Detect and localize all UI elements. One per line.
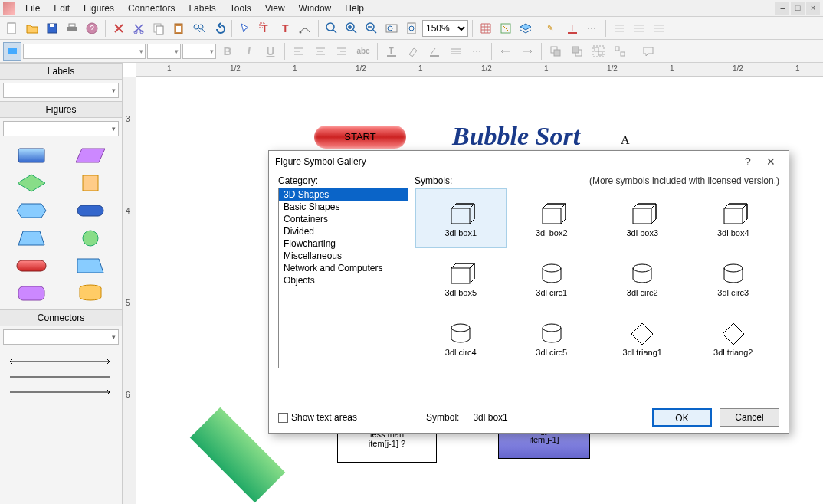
shape-rectangle[interactable] [5,144,59,167]
symbol-item[interactable]: 3dl box1 [415,188,507,248]
symbol-item[interactable]: 3dl box4 [688,188,779,248]
connector-plain[interactable] [6,369,116,385]
dialog-close-button[interactable]: ✕ [759,155,782,168]
category-item[interactable]: Divided [279,225,408,237]
arrow-end-button[interactable] [517,42,537,61]
category-item[interactable]: Miscellaneous [279,250,408,262]
symbol-item[interactable]: 3dl triang1 [597,308,688,368]
symbol-grid[interactable]: 3dl box13dl box23dl box33dl box43dl box5… [415,188,779,368]
align-center-dist[interactable] [630,19,648,38]
dash-button[interactable] [583,19,602,38]
print-button[interactable] [63,19,81,38]
menu-view[interactable]: View [258,1,292,16]
figures-panel-header[interactable]: Figures [0,101,122,118]
line-style-button[interactable] [467,42,487,61]
comment-button[interactable] [638,42,658,61]
connector-tool[interactable] [296,19,314,38]
open-button[interactable] [23,19,41,38]
category-item[interactable]: Containers [279,213,408,225]
format-mode-icon[interactable] [3,42,21,61]
align-right-button[interactable] [332,42,352,61]
zoom-select[interactable]: 150% [422,20,468,37]
symbol-item[interactable]: 3dl circ4 [415,308,507,368]
shape-pill[interactable] [64,199,118,222]
menu-labels[interactable]: Labels [182,1,222,16]
menu-edit[interactable]: Edit [47,1,77,16]
dialog-help-button[interactable]: ? [736,155,759,168]
category-list[interactable]: 3D ShapesBasic ShapesContainersDividedFl… [278,188,408,368]
labels-dropdown[interactable] [3,83,119,98]
cancel-button[interactable]: Cancel [720,408,779,427]
copy-button[interactable] [149,19,168,38]
canvas-area[interactable]: 11/211/211/211/211/21 3456 START Bubble … [123,63,823,504]
underline-button[interactable]: U [261,42,280,61]
new-button[interactable] [3,19,21,38]
align-center-button[interactable] [310,42,330,61]
text-fill-button[interactable]: T [382,42,402,61]
line-weight-button[interactable] [446,42,466,61]
bring-front-button[interactable] [546,42,566,61]
menu-help[interactable]: Help [338,1,371,16]
spell-button[interactable]: ✎ [543,19,562,38]
connector-arrow-right[interactable] [6,385,116,400]
menu-window[interactable]: Window [292,1,339,16]
connector-arrow-both[interactable] [6,354,116,369]
category-item[interactable]: 3D Shapes [279,188,408,201]
grid-button[interactable] [477,19,495,38]
send-back-button[interactable] [567,42,587,61]
menu-file[interactable]: File [18,1,47,16]
symbol-item[interactable]: 3dl circ3 [688,248,779,308]
figures-dropdown[interactable] [3,121,119,136]
font-size-select[interactable] [147,44,181,59]
shape-rounded[interactable] [5,282,59,305]
close-button[interactable]: × [806,2,820,15]
help-button[interactable]: ? [83,19,101,38]
save-button[interactable] [43,19,61,38]
category-item[interactable]: Flowcharting [279,237,408,250]
align-left-dist[interactable] [610,19,628,38]
zoom-out-button[interactable] [362,19,381,38]
category-item[interactable]: Network and Computers [279,262,408,274]
text-color-button[interactable]: T [563,19,582,38]
shape-cylinder[interactable] [64,282,118,305]
zoom-in-button[interactable] [343,19,361,38]
shape-trap2[interactable] [64,254,118,277]
italic-button[interactable]: I [239,42,259,61]
snap-button[interactable] [497,19,515,38]
connectors-dropdown[interactable] [3,329,119,345]
group-button[interactable] [589,42,608,61]
text-tool[interactable]: T [276,19,294,38]
pointer-tool[interactable] [236,19,254,38]
paste-button[interactable] [169,19,188,38]
symbol-item[interactable]: 3dl box2 [507,188,598,248]
symbol-item[interactable]: 3dl box3 [597,188,688,248]
shape-diamond[interactable] [5,172,59,195]
text-tool-red[interactable]: T [256,19,274,38]
shape-parallelogram[interactable] [64,144,118,167]
show-text-areas-checkbox[interactable]: Show text areas [278,412,357,423]
shape-capsule[interactable] [5,254,59,277]
zoom-tool[interactable] [323,19,341,38]
symbol-item[interactable]: 3dl circ5 [507,308,598,368]
font-select[interactable] [23,44,146,59]
symbol-item[interactable]: 3dl box5 [415,248,507,308]
align-left-button[interactable] [289,42,309,61]
arrow-start-button[interactable] [496,42,516,61]
find-button[interactable] [189,19,208,38]
zoom-page-button[interactable] [402,19,421,38]
menu-connectors[interactable]: Connectors [121,1,182,16]
shape-square[interactable] [64,172,118,195]
diagram-title[interactable]: Bubble Sort [452,122,580,151]
shape-trapezoid[interactable] [5,227,59,250]
ungroup-button[interactable] [610,42,630,61]
cut-button[interactable] [130,19,148,38]
start-node[interactable]: START [314,126,406,149]
ok-button[interactable]: OK [652,408,712,427]
shape-circle[interactable] [64,227,118,250]
delete-button[interactable] [110,19,128,38]
connectors-panel-header[interactable]: Connectors [0,309,122,326]
menu-tools[interactable]: Tools [223,1,258,16]
symbol-item[interactable]: 3dl triang2 [688,308,779,368]
symbol-item[interactable]: 3dl circ2 [597,248,688,308]
undo-button[interactable] [209,19,228,38]
